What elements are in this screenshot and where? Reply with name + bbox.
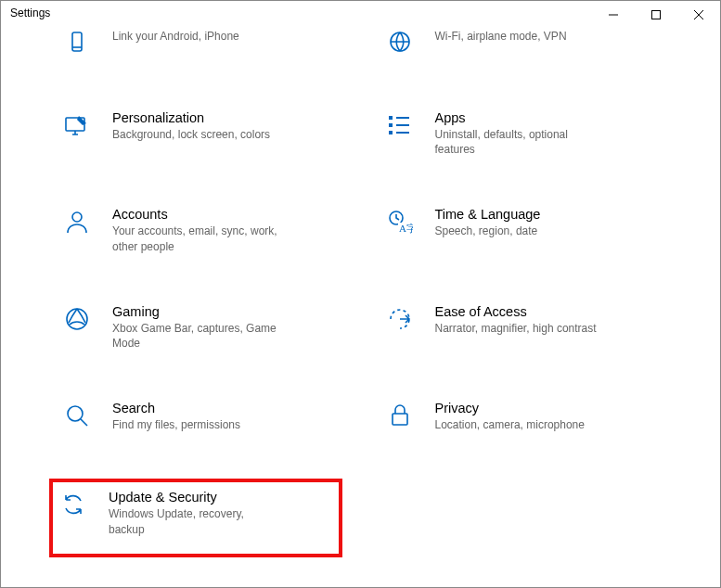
category-title: Accounts — [112, 207, 279, 222]
category-desc: Narrator, magnifier, high contrast — [435, 321, 597, 336]
category-title: Time & Language — [435, 207, 541, 222]
gaming-icon — [64, 306, 94, 336]
svg-rect-5 — [389, 123, 393, 127]
category-desc: Find my files, permissions — [112, 417, 240, 432]
category-phone[interactable]: Link your Android, iPhone — [57, 25, 342, 64]
svg-text:A字: A字 — [399, 223, 413, 234]
category-update-security[interactable]: Update & Security Windows Update, recove… — [49, 479, 342, 556]
svg-rect-13 — [393, 414, 407, 425]
time-language-icon: A字 — [387, 209, 417, 238]
personalization-icon — [64, 112, 94, 142]
category-title: Ease of Access — [435, 304, 597, 319]
svg-rect-4 — [389, 116, 393, 120]
category-time-language[interactable]: A字 Time & Language Speech, region, date — [380, 203, 665, 257]
category-desc: Your accounts, email, sync, work, other … — [112, 224, 279, 253]
category-ease-of-access[interactable]: Ease of Access Narrator, magnifier, high… — [380, 300, 665, 354]
search-icon — [64, 403, 94, 432]
globe-icon — [387, 31, 417, 60]
category-desc: Speech, region, date — [435, 224, 541, 238]
svg-rect-0 — [652, 11, 661, 19]
empty-cell — [380, 479, 665, 556]
window-title: Settings — [10, 1, 50, 19]
category-personalization[interactable]: Personalization Background, lock screen,… — [57, 107, 342, 160]
category-desc: Uninstall, defaults, optional features — [435, 127, 602, 157]
category-title: Update & Security — [109, 490, 276, 505]
svg-rect-6 — [389, 131, 393, 134]
category-apps[interactable]: Apps Uninstall, defaults, optional featu… — [380, 107, 665, 160]
category-title: Search — [112, 401, 240, 415]
category-desc: Wi-Fi, airplane mode, VPN — [435, 29, 567, 44]
category-title: Gaming — [112, 304, 279, 319]
category-search[interactable]: Search Find my files, permissions — [57, 397, 342, 436]
category-title: Personalization — [112, 110, 270, 125]
apps-icon — [387, 112, 417, 142]
category-accounts[interactable]: Accounts Your accounts, email, sync, wor… — [57, 203, 342, 257]
svg-point-12 — [68, 406, 83, 421]
category-title: Apps — [435, 110, 602, 125]
category-desc: Location, camera, microphone — [435, 417, 585, 432]
person-icon — [64, 209, 94, 238]
settings-grid: Link your Android, iPhone Wi-Fi, airplan… — [1, 25, 720, 557]
category-privacy[interactable]: Privacy Location, camera, microphone — [380, 397, 665, 436]
close-button[interactable] — [677, 1, 720, 29]
category-desc: Background, lock screen, colors — [112, 127, 270, 142]
category-desc: Windows Update, recovery, backup — [109, 506, 276, 536]
lock-icon — [387, 403, 417, 432]
sync-icon — [60, 492, 90, 521]
ease-of-access-icon — [387, 306, 417, 336]
category-desc: Xbox Game Bar, captures, Game Mode — [112, 321, 279, 351]
svg-point-7 — [72, 212, 82, 222]
category-network[interactable]: Wi-Fi, airplane mode, VPN — [380, 25, 665, 64]
category-gaming[interactable]: Gaming Xbox Game Bar, captures, Game Mod… — [57, 300, 342, 354]
phone-icon — [64, 31, 94, 60]
category-title: Privacy — [435, 401, 585, 415]
svg-rect-1 — [72, 32, 82, 51]
category-desc: Link your Android, iPhone — [112, 29, 239, 44]
